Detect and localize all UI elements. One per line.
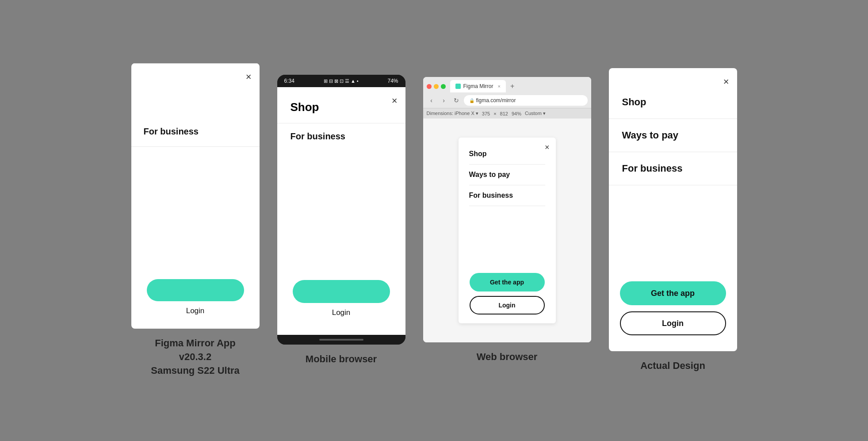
mobile-browser-card: 6:34 ⊞ ⊟ ⊠ ⊡ ☰ ▲ • 74% × Shop For busine… <box>277 75 405 345</box>
menu-items: For business <box>131 117 260 147</box>
close-button[interactable]: × <box>392 95 398 107</box>
browser-chrome: Figma Mirror × + ‹ › ↻ 🔒 figma.com/mirro… <box>423 77 591 119</box>
traffic-light-minimize[interactable] <box>434 84 439 89</box>
dimensions-label[interactable]: Dimensions: iPhone X ▾ <box>427 111 478 116</box>
tab-close-icon[interactable]: × <box>498 84 501 89</box>
zoom-value[interactable]: 94% <box>512 111 521 116</box>
bottom-section: Get the app Login <box>469 264 545 314</box>
close-button[interactable]: × <box>545 143 550 152</box>
browser-tab-bar: Figma Mirror × + <box>423 77 591 93</box>
list-item-shop[interactable]: Shop <box>609 86 737 119</box>
actual-design-card: × Shop Ways to pay For business Get the … <box>609 68 737 351</box>
cta-button[interactable] <box>293 280 390 303</box>
list-item-ways[interactable]: Ways to pay <box>609 119 737 152</box>
traffic-light-close[interactable] <box>427 84 432 89</box>
refresh-button[interactable]: ↻ <box>451 96 461 105</box>
cta-button[interactable]: Get the app <box>620 281 726 305</box>
device-label: Mobile browser <box>306 353 377 366</box>
height-value: 812 <box>500 111 508 116</box>
forward-button[interactable]: › <box>439 96 449 105</box>
web-browser-card: Figma Mirror × + ‹ › ↻ 🔒 figma.com/mirro… <box>423 77 591 342</box>
list-item-business[interactable]: For business <box>609 152 737 185</box>
divider-1 <box>131 63 260 64</box>
close-button[interactable]: × <box>246 71 252 83</box>
custom-label[interactable]: Custom ▾ <box>525 111 546 116</box>
web-inner-card: × Shop Ways to pay For business Get the … <box>459 138 556 323</box>
tab-title: Figma Mirror <box>463 83 493 89</box>
back-button[interactable]: ‹ <box>427 96 436 105</box>
login-button[interactable]: Login <box>470 296 545 314</box>
mobile-browser-wrapper: 6:34 ⊞ ⊟ ⊠ ⊡ ☰ ▲ • 74% × Shop For busine… <box>277 75 405 366</box>
login-label[interactable]: Login <box>186 307 205 315</box>
new-tab-button[interactable]: + <box>508 81 517 91</box>
web-browser-wrapper: Figma Mirror × + ‹ › ↻ 🔒 figma.com/mirro… <box>423 77 591 364</box>
traffic-lights <box>427 84 446 89</box>
device-label: Web browser <box>477 350 538 364</box>
list-item[interactable]: For business <box>131 117 260 147</box>
actual-design-wrapper: × Shop Ways to pay For business Get the … <box>609 68 737 373</box>
device-label: Actual Design <box>640 359 705 373</box>
home-indicator-bar <box>319 339 363 341</box>
close-button[interactable]: × <box>723 76 729 88</box>
lock-icon: 🔒 <box>469 98 474 103</box>
browser-viewport: × Shop Ways to pay For business Get the … <box>423 119 591 342</box>
browser-content: × Shop For business Login <box>277 87 405 335</box>
figma-mirror-card: × For business Login <box>131 63 260 329</box>
list-item-shop[interactable]: Shop <box>469 146 545 165</box>
browser-address-bar: ‹ › ↻ 🔒 figma.com/mirror <box>423 93 591 108</box>
traffic-light-maximize[interactable] <box>441 84 446 89</box>
cta-button[interactable] <box>147 279 244 301</box>
login-button[interactable]: Login <box>620 311 726 335</box>
width-value: 375 <box>482 111 490 116</box>
separator: × <box>493 111 496 116</box>
bottom-section: Login <box>277 280 405 317</box>
status-time: 6:34 <box>284 78 294 84</box>
cta-button[interactable]: Get the app <box>470 273 545 291</box>
status-battery: 74% <box>387 78 398 84</box>
browser-toolbar: Dimensions: iPhone X ▾ 375 × 812 94% Cus… <box>423 108 591 119</box>
menu-items: Shop Ways to pay For business <box>609 86 737 185</box>
bottom-section: Get the app Login <box>609 281 737 335</box>
list-item[interactable]: For business <box>277 123 405 150</box>
figma-mirror-wrapper: × For business Login Figma Mirror App v2… <box>131 63 260 377</box>
status-bar: 6:34 ⊞ ⊟ ⊠ ⊡ ☰ ▲ • 74% <box>277 75 405 87</box>
login-label[interactable]: Login <box>332 308 351 317</box>
home-indicator <box>277 335 405 345</box>
browser-tab[interactable]: Figma Mirror × <box>450 80 506 92</box>
shop-title: Shop <box>277 87 405 123</box>
url-text: figma.com/mirror <box>476 97 516 104</box>
address-field[interactable]: 🔒 figma.com/mirror <box>464 95 588 106</box>
bottom-section: Login <box>131 279 260 315</box>
tab-favicon <box>455 84 461 89</box>
list-item-business[interactable]: For business <box>469 185 545 206</box>
list-item-ways[interactable]: Ways to pay <box>469 165 545 185</box>
device-label: Figma Mirror App v20.3.2 Samsung S22 Ult… <box>151 337 240 377</box>
status-icons: ⊞ ⊟ ⊠ ⊡ ☰ ▲ • <box>324 78 359 84</box>
